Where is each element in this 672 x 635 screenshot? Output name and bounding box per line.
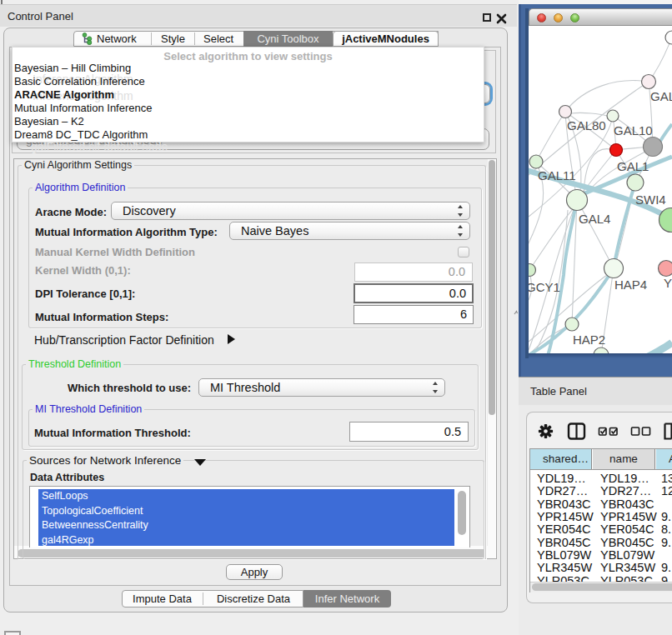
- svg-text:GAL11: GAL11: [538, 168, 576, 182]
- svg-text:SWI4: SWI4: [635, 192, 666, 207]
- svg-text:GCY1: GCY1: [529, 280, 560, 294]
- svg-text:HAP2: HAP2: [573, 332, 605, 347]
- svg-text:GAL8: GAL8: [650, 89, 672, 103]
- svg-text:Y: Y: [664, 276, 672, 290]
- svg-text:GAL80: GAL80: [567, 118, 606, 132]
- svg-text:GAL4: GAL4: [579, 212, 610, 226]
- svg-text:HAP4: HAP4: [614, 278, 647, 292]
- svg-text:GAL1: GAL1: [617, 159, 649, 173]
- svg-text:GAL10: GAL10: [614, 123, 653, 138]
